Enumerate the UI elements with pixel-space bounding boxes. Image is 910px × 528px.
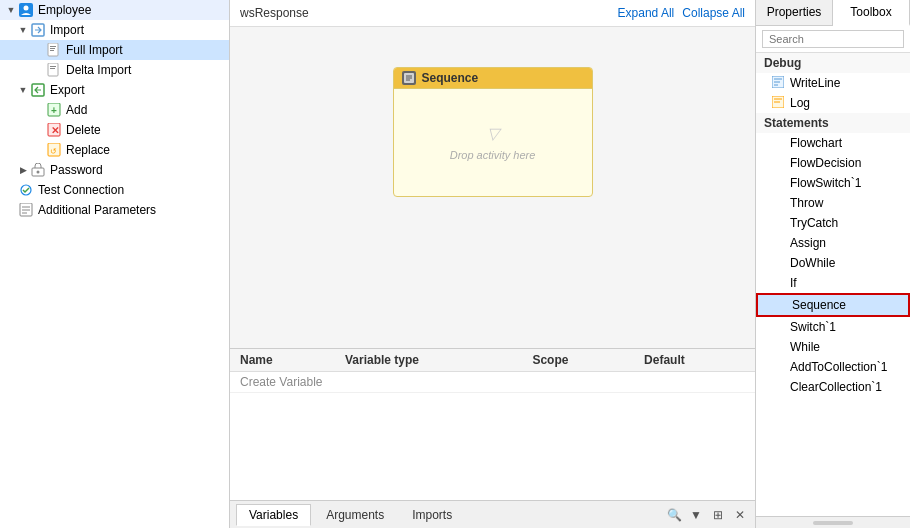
toolbox-item-flowswitch[interactable]: FlowSwitch`1 [756, 173, 910, 193]
sidebar-item-password[interactable]: ▶ Password [0, 160, 229, 180]
toolbox-item-while[interactable]: While [756, 337, 910, 357]
right-panel-scrollbar[interactable] [756, 516, 910, 528]
canvas[interactable]: Sequence ▽ Drop activity here [230, 27, 755, 348]
main-area: wsResponse Expand All Collapse All Seque… [230, 0, 755, 528]
toolbox-item-sequence[interactable]: Sequence [756, 293, 910, 317]
if-icon [772, 276, 786, 290]
svg-rect-8 [50, 66, 56, 67]
collapse-all-button[interactable]: Collapse All [682, 6, 745, 20]
sequence-header: Sequence [394, 68, 592, 89]
close-tab-icon[interactable]: ✕ [731, 506, 749, 524]
tab-arguments[interactable]: Arguments [313, 504, 397, 526]
svg-rect-9 [50, 68, 55, 69]
svg-text:+: + [51, 105, 57, 116]
sidebar-item-delta-import[interactable]: Delta Import [0, 60, 229, 80]
toolbox-list: Debug WriteLine Log Statements Flowchart… [756, 53, 910, 516]
sidebar-label-full-import: Full Import [66, 43, 123, 57]
sidebar-label-export: Export [50, 83, 85, 97]
toolbox-item-flowdecision[interactable]: FlowDecision [756, 153, 910, 173]
tab-properties[interactable]: Properties [756, 0, 833, 25]
toolbox-item-dowhile[interactable]: DoWhile [756, 253, 910, 273]
create-variable-label[interactable]: Create Variable [230, 372, 755, 393]
canvas-toolbar: wsResponse Expand All Collapse All [230, 0, 755, 27]
sidebar-item-full-import[interactable]: Full Import [0, 40, 229, 60]
toolbox-item-flowchart[interactable]: Flowchart [756, 133, 910, 153]
flowdecision-icon [772, 156, 786, 170]
toolbox-label-dowhile: DoWhile [790, 256, 835, 270]
toolbox-item-addtocollection[interactable]: AddToCollection`1 [756, 357, 910, 377]
toolbox-label-switch: Switch`1 [790, 320, 836, 334]
drop-hint: Drop activity here [450, 149, 536, 161]
bottom-tabs: Variables Arguments Imports 🔍 ▼ ⊞ ✕ [230, 500, 755, 528]
sidebar-label-delta-import: Delta Import [66, 63, 131, 77]
right-search [756, 26, 910, 53]
toolbox-item-clearcollection[interactable]: ClearCollection`1 [756, 377, 910, 397]
delta-import-toggle [32, 63, 46, 77]
tab-variables[interactable]: Variables [236, 504, 311, 526]
sidebar-item-import[interactable]: ▼ Import [0, 20, 229, 40]
svg-rect-6 [50, 50, 54, 51]
svg-point-18 [37, 171, 40, 174]
toolbox-label-assign: Assign [790, 236, 826, 250]
sidebar-label-additional-parameters: Additional Parameters [38, 203, 156, 217]
writeline-icon [772, 76, 786, 90]
sidebar-item-export[interactable]: ▼ Export [0, 80, 229, 100]
toolbox-item-if[interactable]: If [756, 273, 910, 293]
drop-arrow-icon: ▽ [487, 124, 499, 143]
create-variable-row[interactable]: Create Variable [230, 372, 755, 393]
down-tab-icon[interactable]: ▼ [687, 506, 705, 524]
clearcollection-icon [772, 380, 786, 394]
add-icon: + [46, 102, 62, 118]
sidebar: ▼ Employee ▼ Import Full Import Delta Im… [0, 0, 230, 528]
toolbox-label-writeline: WriteLine [790, 76, 840, 90]
toolbox-item-assign[interactable]: Assign [756, 233, 910, 253]
sidebar-item-test-connection[interactable]: Test Connection [0, 180, 229, 200]
toolbox-label-while: While [790, 340, 820, 354]
sidebar-item-additional-parameters[interactable]: Additional Parameters [0, 200, 229, 220]
while-icon [772, 340, 786, 354]
expand-all-button[interactable]: Expand All [618, 6, 675, 20]
test-connection-icon [18, 182, 34, 198]
col-variable-type: Variable type [335, 349, 522, 372]
search-tab-icon[interactable]: 🔍 [665, 506, 683, 524]
right-panel: Properties Toolbox Debug WriteLine Log S… [755, 0, 910, 528]
svg-text:↺: ↺ [50, 147, 57, 156]
export-toggle[interactable]: ▼ [16, 83, 30, 97]
employee-icon [18, 2, 34, 18]
category-statements: Statements [756, 113, 910, 133]
employee-toggle[interactable]: ▼ [4, 3, 18, 17]
sidebar-item-replace[interactable]: ↺ Replace [0, 140, 229, 160]
sidebar-item-delete[interactable]: ✕ Delete [0, 120, 229, 140]
col-name: Name [230, 349, 335, 372]
import-toggle[interactable]: ▼ [16, 23, 30, 37]
bottom-tab-icons: 🔍 ▼ ⊞ ✕ [665, 506, 749, 524]
toolbox-label-throw: Throw [790, 196, 823, 210]
export-icon [30, 82, 46, 98]
sequence-body[interactable]: ▽ Drop activity here [394, 89, 592, 196]
flowswitch-icon [772, 176, 786, 190]
toolbox-item-writeline[interactable]: WriteLine [756, 73, 910, 93]
trycatch-icon [772, 216, 786, 230]
search-input[interactable] [762, 30, 904, 48]
full-import-icon [46, 42, 62, 58]
password-icon [30, 162, 46, 178]
sidebar-item-add[interactable]: + Add [0, 100, 229, 120]
toolbox-label-flowchart: Flowchart [790, 136, 842, 150]
sidebar-item-employee[interactable]: ▼ Employee [0, 0, 229, 20]
tab-imports[interactable]: Imports [399, 504, 465, 526]
svg-rect-7 [48, 63, 58, 76]
svg-rect-3 [48, 43, 58, 56]
password-toggle[interactable]: ▶ [16, 163, 30, 177]
toolbox-item-throw[interactable]: Throw [756, 193, 910, 213]
svg-rect-5 [50, 48, 55, 49]
toolbox-label-if: If [790, 276, 797, 290]
toolbox-item-switch[interactable]: Switch`1 [756, 317, 910, 337]
tab-toolbox[interactable]: Toolbox [833, 0, 910, 26]
expand-tab-icon[interactable]: ⊞ [709, 506, 727, 524]
sequence-header-icon [402, 71, 416, 85]
toolbox-item-log[interactable]: Log [756, 93, 910, 113]
col-default: Default [634, 349, 755, 372]
toolbox-label-flowdecision: FlowDecision [790, 156, 861, 170]
toolbox-item-trycatch[interactable]: TryCatch [756, 213, 910, 233]
replace-icon: ↺ [46, 142, 62, 158]
